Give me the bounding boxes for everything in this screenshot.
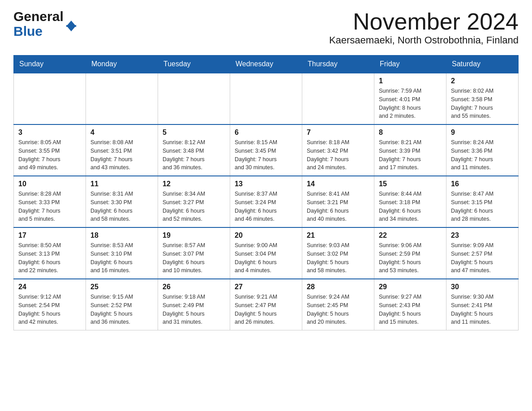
calendar-cell: 9Sunrise: 8:24 AM Sunset: 3:36 PM Daylig… — [446, 124, 519, 176]
day-info: Sunrise: 8:18 AM Sunset: 3:42 PM Dayligh… — [307, 138, 369, 172]
calendar-header-wednesday: Wednesday — [230, 56, 302, 73]
day-number: 19 — [163, 231, 225, 240]
calendar-header-sunday: Sunday — [14, 56, 86, 73]
calendar-header-row: SundayMondayTuesdayWednesdayThursdayFrid… — [14, 56, 519, 73]
day-number: 3 — [18, 128, 81, 137]
day-number: 1 — [379, 77, 442, 85]
calendar-cell: 18Sunrise: 8:53 AM Sunset: 3:10 PM Dayli… — [86, 227, 158, 279]
calendar-cell: 20Sunrise: 9:00 AM Sunset: 3:04 PM Dayli… — [230, 227, 302, 279]
calendar-cell: 10Sunrise: 8:28 AM Sunset: 3:33 PM Dayli… — [14, 176, 86, 227]
day-number: 22 — [379, 231, 442, 240]
calendar-header-saturday: Saturday — [446, 56, 519, 73]
day-info: Sunrise: 8:53 AM Sunset: 3:10 PM Dayligh… — [90, 241, 153, 275]
day-info: Sunrise: 9:21 AM Sunset: 2:47 PM Dayligh… — [235, 293, 297, 326]
day-number: 27 — [235, 283, 297, 291]
calendar-cell: 17Sunrise: 8:50 AM Sunset: 3:13 PM Dayli… — [14, 227, 86, 279]
calendar-cell — [86, 73, 158, 124]
day-number: 2 — [451, 77, 514, 85]
calendar-cell: 24Sunrise: 9:12 AM Sunset: 2:54 PM Dayli… — [14, 279, 86, 330]
title-area: November 2024 Kaersaemaeki, North Ostrob… — [329, 9, 519, 46]
day-number: 12 — [163, 180, 225, 188]
day-number: 7 — [307, 128, 369, 137]
logo-blue: Blue — [13, 24, 64, 39]
day-info: Sunrise: 9:09 AM Sunset: 2:57 PM Dayligh… — [451, 241, 514, 275]
calendar-header-monday: Monday — [86, 56, 158, 73]
calendar-week-4: 17Sunrise: 8:50 AM Sunset: 3:13 PM Dayli… — [14, 227, 519, 279]
day-number: 26 — [163, 283, 225, 291]
calendar-cell — [14, 73, 86, 124]
calendar-cell — [230, 73, 302, 124]
calendar-cell: 28Sunrise: 9:24 AM Sunset: 2:45 PM Dayli… — [302, 279, 374, 330]
day-number: 15 — [379, 180, 442, 188]
day-info: Sunrise: 8:31 AM Sunset: 3:30 PM Dayligh… — [90, 190, 153, 223]
calendar-cell: 25Sunrise: 9:15 AM Sunset: 2:52 PM Dayli… — [86, 279, 158, 330]
day-number: 8 — [379, 128, 442, 137]
day-number: 4 — [90, 128, 153, 137]
calendar-cell — [302, 73, 374, 124]
day-info: Sunrise: 8:08 AM Sunset: 3:51 PM Dayligh… — [90, 138, 153, 172]
calendar-cell: 19Sunrise: 8:57 AM Sunset: 3:07 PM Dayli… — [158, 227, 230, 279]
day-number: 9 — [451, 128, 514, 137]
day-info: Sunrise: 8:57 AM Sunset: 3:07 PM Dayligh… — [163, 241, 225, 275]
day-number: 17 — [18, 231, 81, 240]
calendar-cell: 5Sunrise: 8:12 AM Sunset: 3:48 PM Daylig… — [158, 124, 230, 176]
calendar-cell: 30Sunrise: 9:30 AM Sunset: 2:41 PM Dayli… — [446, 279, 519, 330]
calendar-cell: 29Sunrise: 9:27 AM Sunset: 2:43 PM Dayli… — [374, 279, 446, 330]
day-info: Sunrise: 8:05 AM Sunset: 3:55 PM Dayligh… — [18, 138, 81, 172]
calendar-week-5: 24Sunrise: 9:12 AM Sunset: 2:54 PM Dayli… — [14, 279, 519, 330]
day-number: 20 — [235, 231, 297, 240]
calendar-cell: 26Sunrise: 9:18 AM Sunset: 2:49 PM Dayli… — [158, 279, 230, 330]
day-info: Sunrise: 9:00 AM Sunset: 3:04 PM Dayligh… — [235, 241, 297, 275]
calendar-cell: 23Sunrise: 9:09 AM Sunset: 2:57 PM Dayli… — [446, 227, 519, 279]
day-info: Sunrise: 8:47 AM Sunset: 3:15 PM Dayligh… — [451, 190, 514, 223]
calendar-cell: 6Sunrise: 8:15 AM Sunset: 3:45 PM Daylig… — [230, 124, 302, 176]
calendar-cell: 4Sunrise: 8:08 AM Sunset: 3:51 PM Daylig… — [86, 124, 158, 176]
day-info: Sunrise: 8:02 AM Sunset: 3:58 PM Dayligh… — [451, 87, 514, 120]
day-info: Sunrise: 9:03 AM Sunset: 3:02 PM Dayligh… — [307, 241, 369, 275]
day-number: 13 — [235, 180, 297, 188]
calendar-cell — [158, 73, 230, 124]
day-info: Sunrise: 9:24 AM Sunset: 2:45 PM Dayligh… — [307, 293, 369, 326]
calendar-cell: 15Sunrise: 8:44 AM Sunset: 3:18 PM Dayli… — [374, 176, 446, 227]
calendar-header-friday: Friday — [374, 56, 446, 73]
calendar-week-3: 10Sunrise: 8:28 AM Sunset: 3:33 PM Dayli… — [14, 176, 519, 227]
day-info: Sunrise: 8:24 AM Sunset: 3:36 PM Dayligh… — [451, 138, 514, 172]
calendar-header-thursday: Thursday — [302, 56, 374, 73]
calendar-cell: 16Sunrise: 8:47 AM Sunset: 3:15 PM Dayli… — [446, 176, 519, 227]
day-number: 11 — [90, 180, 153, 188]
calendar-cell: 2Sunrise: 8:02 AM Sunset: 3:58 PM Daylig… — [446, 73, 519, 124]
logo: General Blue — [13, 9, 77, 39]
day-number: 5 — [163, 128, 225, 137]
day-info: Sunrise: 8:15 AM Sunset: 3:45 PM Dayligh… — [235, 138, 297, 172]
page-title: November 2024 — [329, 9, 519, 34]
logo-icon — [66, 21, 77, 31]
calendar-table: SundayMondayTuesdayWednesdayThursdayFrid… — [13, 55, 519, 330]
day-number: 24 — [18, 283, 81, 291]
day-number: 30 — [451, 283, 514, 291]
day-info: Sunrise: 9:27 AM Sunset: 2:43 PM Dayligh… — [379, 293, 442, 326]
day-number: 16 — [451, 180, 514, 188]
logo-general: General — [13, 9, 64, 24]
day-info: Sunrise: 8:50 AM Sunset: 3:13 PM Dayligh… — [18, 241, 81, 275]
day-info: Sunrise: 9:18 AM Sunset: 2:49 PM Dayligh… — [163, 293, 225, 326]
day-info: Sunrise: 8:37 AM Sunset: 3:24 PM Dayligh… — [235, 190, 297, 223]
day-number: 25 — [90, 283, 153, 291]
calendar-cell: 13Sunrise: 8:37 AM Sunset: 3:24 PM Dayli… — [230, 176, 302, 227]
day-info: Sunrise: 8:44 AM Sunset: 3:18 PM Dayligh… — [379, 190, 442, 223]
day-info: Sunrise: 8:28 AM Sunset: 3:33 PM Dayligh… — [18, 190, 81, 223]
day-info: Sunrise: 8:41 AM Sunset: 3:21 PM Dayligh… — [307, 190, 369, 223]
calendar-cell: 21Sunrise: 9:03 AM Sunset: 3:02 PM Dayli… — [302, 227, 374, 279]
day-info: Sunrise: 8:34 AM Sunset: 3:27 PM Dayligh… — [163, 190, 225, 223]
day-number: 21 — [307, 231, 369, 240]
calendar-week-1: 1Sunrise: 7:59 AM Sunset: 4:01 PM Daylig… — [14, 73, 519, 124]
day-info: Sunrise: 8:12 AM Sunset: 3:48 PM Dayligh… — [163, 138, 225, 172]
day-info: Sunrise: 9:12 AM Sunset: 2:54 PM Dayligh… — [18, 293, 81, 326]
day-number: 28 — [307, 283, 369, 291]
calendar-cell: 12Sunrise: 8:34 AM Sunset: 3:27 PM Dayli… — [158, 176, 230, 227]
header: General Blue November 2024 Kaersaemaeki,… — [13, 9, 519, 46]
calendar-cell: 7Sunrise: 8:18 AM Sunset: 3:42 PM Daylig… — [302, 124, 374, 176]
calendar-cell: 1Sunrise: 7:59 AM Sunset: 4:01 PM Daylig… — [374, 73, 446, 124]
calendar-cell: 14Sunrise: 8:41 AM Sunset: 3:21 PM Dayli… — [302, 176, 374, 227]
calendar-header-tuesday: Tuesday — [158, 56, 230, 73]
day-number: 23 — [451, 231, 514, 240]
